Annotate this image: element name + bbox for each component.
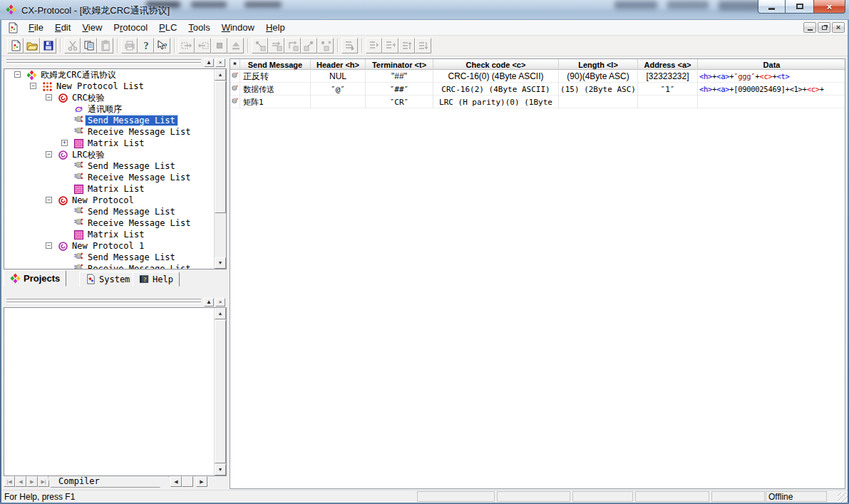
list-send-button[interactable]	[366, 38, 382, 53]
trace-once-button[interactable]	[252, 38, 268, 53]
tree-node-label[interactable]: LRC校验	[70, 150, 107, 160]
tab-projects[interactable]: Projects	[4, 270, 66, 287]
tab-help[interactable]: ? Help	[133, 272, 180, 287]
paste-button[interactable]	[97, 38, 113, 53]
mdi-restore-button[interactable]	[818, 22, 830, 33]
tree-node-label[interactable]: New Protocol 1	[70, 241, 146, 251]
column-header[interactable]: Data	[698, 59, 845, 70]
tree-node-label[interactable]: Receive Message List	[86, 127, 193, 137]
menu-tools[interactable]: Tools	[182, 21, 215, 35]
tree-node-label[interactable]: Send Message List	[86, 252, 177, 262]
collapse-toggle[interactable]: −	[46, 151, 52, 158]
collapse-toggle[interactable]: −	[46, 94, 52, 101]
title-bar[interactable]: CX-Protocol - [欧姆龙CRC通讯协议] ×	[0, 0, 849, 20]
column-header[interactable]: Send Message	[240, 59, 311, 70]
menu-help[interactable]: Help	[260, 21, 291, 35]
menu-protocol[interactable]: Protocol	[108, 21, 153, 35]
tree-node-label[interactable]: Send Message List	[86, 115, 177, 125]
column-header[interactable]: Length <l>	[559, 59, 638, 70]
pane-close-button[interactable]: ×	[215, 58, 225, 67]
message-row[interactable]: 矩阵1″CR″LRC (H parity)(0) (1Byte	[230, 96, 845, 108]
message-row[interactable]: 数据传送″@″″##″CRC-16(2) (4Byte ASCII)(15) (…	[230, 83, 845, 96]
copy-button[interactable]	[81, 38, 97, 53]
collapse-toggle[interactable]: −	[30, 83, 36, 89]
tab-compiler[interactable]: Compiler	[48, 476, 169, 488]
tree-node-label[interactable]: Matrix List	[86, 138, 146, 148]
tree-node-label[interactable]: 通讯顺序	[86, 104, 124, 114]
tree-node-label[interactable]: CRC校验	[70, 93, 107, 103]
hscroll-left-button[interactable]: ◀	[170, 476, 182, 487]
first-tab-button[interactable]: |◀	[4, 476, 15, 487]
tree-node-label[interactable]: Receive Message List	[86, 173, 193, 182]
help-button[interactable]: ?	[138, 38, 154, 53]
cut-button[interactable]	[64, 38, 81, 53]
scroll-thumb[interactable]	[215, 81, 226, 213]
tree-node-label[interactable]: New Protocol List	[54, 81, 146, 91]
monitor-list-button[interactable]	[341, 38, 358, 53]
scroll-down-button[interactable]: ▼	[215, 257, 226, 269]
list-down-button[interactable]	[415, 38, 431, 53]
list-up-button[interactable]	[398, 38, 415, 53]
mdi-close-button[interactable]: ×	[832, 22, 845, 33]
save-button[interactable]	[40, 38, 56, 53]
scroll-up-button[interactable]: ▲	[215, 69, 226, 81]
tab-system[interactable]: System	[79, 272, 136, 287]
tree-scrollbar[interactable]: ▲ ▼	[214, 69, 226, 269]
menu-window[interactable]: Window	[216, 21, 260, 35]
open-button[interactable]	[24, 38, 40, 53]
scroll-up-button[interactable]: ▲	[215, 308, 226, 319]
new-button[interactable]	[7, 38, 24, 53]
stop-button[interactable]	[211, 38, 227, 53]
mdi-minimize-button[interactable]	[803, 22, 816, 33]
tree-node-label[interactable]: Matrix List	[86, 230, 146, 240]
column-header[interactable]: *	[230, 59, 240, 70]
trace-clear-button[interactable]	[317, 38, 334, 53]
expand-toggle[interactable]: +	[61, 140, 68, 146]
menu-plc[interactable]: PLC	[153, 21, 182, 35]
context-help-button[interactable]: ?	[154, 38, 170, 53]
pane-expand-button[interactable]: ▲	[204, 298, 214, 307]
tree-node-label[interactable]: Matrix List	[86, 184, 146, 194]
menu-edit[interactable]: Edit	[49, 21, 76, 35]
tree-node-label[interactable]: Receive Message List	[86, 264, 193, 269]
hscroll-right-button[interactable]: ▶	[196, 476, 207, 487]
print-button[interactable]	[121, 38, 138, 53]
resize-grip[interactable]	[838, 493, 848, 503]
last-tab-button[interactable]: ▶|	[38, 476, 49, 487]
maximize-button[interactable]	[786, 0, 813, 14]
collapse-toggle[interactable]: −	[14, 71, 21, 78]
tree-node-label[interactable]: Send Message List	[86, 161, 177, 171]
column-header[interactable]: Header <h>	[311, 59, 366, 70]
pane-expand-button[interactable]: ▲	[204, 58, 214, 67]
tree-pane-gripper[interactable]: ▲ ×	[4, 58, 227, 67]
output-scrollbar[interactable]: ▲ ▼	[214, 308, 226, 475]
tree-node-label[interactable]: 欧姆龙CRC通讯协议	[38, 70, 118, 80]
list-receive-button[interactable]	[382, 38, 398, 53]
scroll-thumb[interactable]	[215, 320, 226, 463]
trace-step-button[interactable]	[284, 38, 301, 53]
hscroll-thumb[interactable]	[182, 476, 193, 487]
minimize-button[interactable]	[758, 0, 786, 14]
message-row[interactable]: 正反转NUL"##"CRC-16(0) (4Byte ASCII)(90)(4B…	[230, 70, 845, 83]
menu-file[interactable]: File	[23, 21, 49, 35]
next-tab-button[interactable]: ▶	[26, 476, 38, 487]
transfer-to-plc-button[interactable]	[178, 38, 195, 53]
column-header[interactable]: Address <a>	[638, 59, 698, 70]
prev-tab-button[interactable]: ◀	[15, 476, 26, 487]
tree-node-label[interactable]: New Protocol	[70, 195, 136, 205]
close-button[interactable]: ×	[813, 0, 845, 14]
trace-point-button[interactable]	[301, 38, 317, 53]
pane-close-button[interactable]: ×	[215, 298, 225, 307]
eject-button[interactable]	[227, 38, 244, 53]
collapse-toggle[interactable]: −	[46, 197, 52, 203]
menu-view[interactable]: View	[76, 21, 108, 35]
tree-node-label[interactable]: Receive Message List	[86, 218, 193, 228]
tree-node-label[interactable]: Send Message List	[86, 207, 177, 217]
column-header[interactable]: Terminator <t>	[366, 59, 433, 70]
output-pane-gripper[interactable]: ▲ ×	[4, 297, 227, 307]
collapse-toggle[interactable]: −	[46, 242, 52, 249]
column-header[interactable]: Check code <c>	[433, 59, 559, 70]
transfer-from-plc-button[interactable]	[195, 38, 211, 53]
scroll-down-button[interactable]: ▼	[215, 464, 226, 475]
trace-continuous-button[interactable]	[268, 38, 284, 53]
